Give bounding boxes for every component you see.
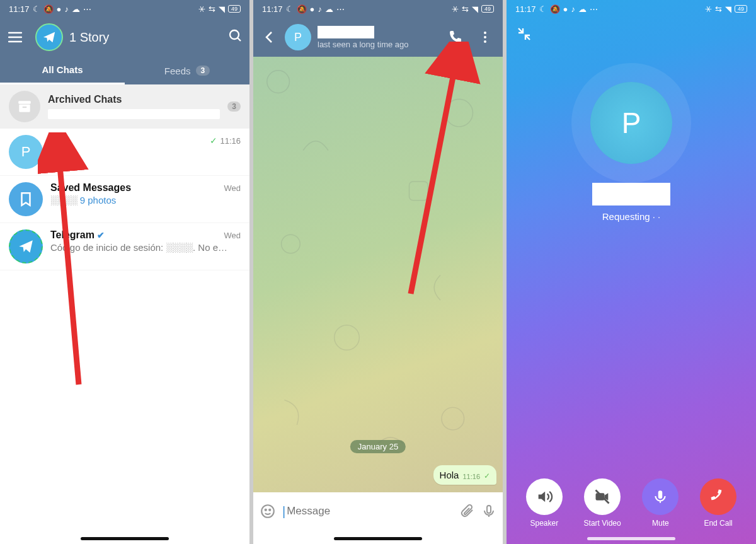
archived-label: Archived Chats xyxy=(48,94,220,105)
call-button[interactable] xyxy=(444,30,469,45)
message-time: 11:16 xyxy=(462,473,480,480)
svg-point-11 xyxy=(484,36,486,38)
battery-icon: 49 xyxy=(481,5,494,13)
data-icon: ⇆ xyxy=(715,4,722,14)
contact-name xyxy=(50,135,53,146)
telegram-avatar xyxy=(9,229,43,263)
svg-point-17 xyxy=(335,325,360,350)
tiktok-icon: ♪ xyxy=(64,4,69,14)
more-icon: ⋯ xyxy=(336,4,345,14)
more-icon: ⋯ xyxy=(83,4,91,14)
svg-rect-27 xyxy=(658,490,663,499)
back-button[interactable] xyxy=(258,30,281,45)
svg-rect-15 xyxy=(410,182,428,200)
contact-avatar[interactable]: P xyxy=(285,24,311,50)
mute-button[interactable]: Mute xyxy=(642,478,679,528)
bluetooth-icon: ⚹ xyxy=(705,4,712,14)
doodle-pattern xyxy=(253,57,503,492)
data-icon: ⇆ xyxy=(462,4,469,14)
status-bar: 11:17 ☾ 🔕 ● ♪ ☁ ⋯ ⚹ ⇆ ◥ 49 xyxy=(0,0,249,18)
svg-point-21 xyxy=(261,505,274,518)
message-bubble[interactable]: Hola 11:16 ✓ xyxy=(433,465,496,485)
call-controls: Speaker Start Video Mute End Call xyxy=(507,478,756,528)
more-icon: ⋯ xyxy=(590,4,598,14)
archived-count: 3 xyxy=(227,101,241,112)
message-input-bar: | xyxy=(253,492,503,530)
saved-messages-avatar xyxy=(9,182,43,216)
attach-button[interactable] xyxy=(460,504,475,519)
chat-item[interactable]: P ✓ 11:16 Hola xyxy=(0,129,249,176)
minimize-button[interactable] xyxy=(517,26,532,44)
nav-handle[interactable] xyxy=(334,537,422,540)
speaker-button[interactable]: Speaker xyxy=(526,478,563,528)
call-status: Requesting · · xyxy=(507,211,756,222)
nav-handle[interactable] xyxy=(587,537,675,540)
svg-point-13 xyxy=(267,71,290,93)
dnd-icon: 🔕 xyxy=(550,4,560,14)
svg-point-16 xyxy=(282,234,301,253)
contact-name-redacted xyxy=(318,26,374,38)
chat-time: ✓ 11:16 xyxy=(210,136,241,146)
svg-point-10 xyxy=(484,32,486,34)
cloud-icon: ☁ xyxy=(72,4,80,14)
svg-point-22 xyxy=(265,509,266,511)
chat-item[interactable]: Saved Messages Wed ░░░░ 9 photos xyxy=(0,176,249,223)
status-bar: 11:17 ☾ 🔕 ● ♪ ☁ ⋯ ⚹ ⇆ ◥ 49 xyxy=(253,0,503,18)
chat-time: Wed xyxy=(224,183,241,193)
status-bar: 11:17 ☾ 🔕 ● ♪ ☁ ⋯ ⚹ ⇆ ◥ 49 xyxy=(507,0,756,18)
wifi-icon: ◥ xyxy=(725,4,731,14)
video-off-icon xyxy=(584,478,621,515)
story-avatar[interactable] xyxy=(35,23,63,51)
contact-info[interactable]: last seen a long time ago xyxy=(315,26,440,49)
call-avatar: P xyxy=(590,82,672,164)
search-button[interactable] xyxy=(228,28,243,46)
chat-item[interactable]: Telegram ✔ Wed Código de inicio de sesió… xyxy=(0,223,249,270)
svg-point-18 xyxy=(442,407,464,430)
screen-call: 11:17 ☾ 🔕 ● ♪ ☁ ⋯ ⚹ ⇆ ◥ 49 P Requesting … xyxy=(507,0,756,544)
sent-check-icon: ✓ xyxy=(210,136,217,146)
contact-name-redacted xyxy=(592,183,670,205)
chat-background[interactable]: January 25 Hola 11:16 ✓ xyxy=(253,57,503,492)
svg-point-3 xyxy=(230,30,239,39)
battery-icon: 49 xyxy=(228,5,241,13)
menu-button[interactable] xyxy=(6,28,24,46)
voice-button[interactable] xyxy=(481,504,496,519)
svg-rect-6 xyxy=(19,105,30,112)
chat-preview: ░░░░ 9 photos xyxy=(50,195,241,205)
chat-time: Wed xyxy=(224,231,241,240)
hangup-icon xyxy=(700,478,736,515)
reddit-icon: ● xyxy=(310,4,315,14)
tab-feeds[interactable]: Feeds 3 xyxy=(125,57,249,84)
screen-chat: 11:17 ☾ 🔕 ● ♪ ☁ ⋯ ⚹ ⇆ ◥ 49 P last seen a… xyxy=(253,0,503,544)
tab-all-chats[interactable]: All Chats xyxy=(0,57,125,84)
svg-point-12 xyxy=(484,40,486,43)
end-call-button[interactable]: End Call xyxy=(700,478,736,528)
clock: 11:17 xyxy=(262,4,283,14)
clock: 11:17 xyxy=(9,4,30,14)
chat-preview: Hola xyxy=(50,148,241,158)
bluetooth-icon: ⚹ xyxy=(198,4,205,14)
speaker-icon xyxy=(526,478,563,515)
reddit-icon: ● xyxy=(57,4,62,14)
dnd-icon: 🔕 xyxy=(43,4,54,14)
moon-icon: ☾ xyxy=(539,4,547,14)
archive-icon xyxy=(9,91,40,122)
emoji-button[interactable] xyxy=(260,503,276,519)
microphone-icon xyxy=(642,478,679,515)
chat-preview: Código de inicio de sesión: ░░░░. No e… xyxy=(50,242,241,253)
data-icon: ⇆ xyxy=(209,4,215,14)
date-pill: January 25 xyxy=(350,440,406,453)
message-input[interactable] xyxy=(287,505,454,518)
header-title: 1 Story xyxy=(69,30,228,45)
tiktok-icon: ♪ xyxy=(318,4,322,14)
moon-icon: ☾ xyxy=(33,4,40,14)
more-button[interactable] xyxy=(472,31,498,43)
clock: 11:17 xyxy=(515,4,536,14)
contact-avatar: P xyxy=(9,135,43,169)
message-text: Hola xyxy=(440,470,459,480)
feeds-badge: 3 xyxy=(196,66,210,76)
start-video-button[interactable]: Start Video xyxy=(584,478,621,528)
moon-icon: ☾ xyxy=(286,4,294,14)
nav-handle[interactable] xyxy=(81,537,169,540)
archived-chats[interactable]: Archived Chats 3 xyxy=(0,84,249,129)
